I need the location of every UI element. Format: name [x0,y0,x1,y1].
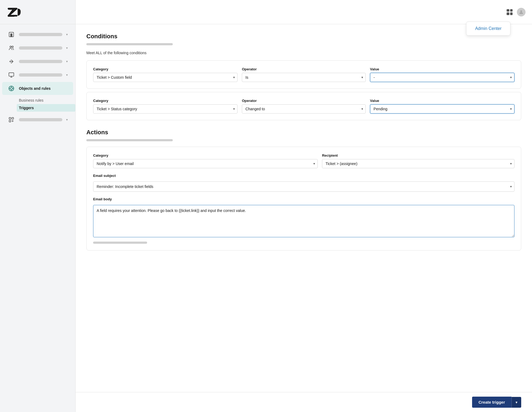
sidebar-item-apps[interactable]: ▾ [2,113,73,126]
objects-icon [8,85,15,92]
action-recipient-select[interactable]: Ticket > (assignee) [322,159,514,168]
bottom-bar-placeholder [93,242,147,244]
condition-1-operator-group: Operator Is ▾ [242,67,366,82]
condition-2-category-wrapper: Ticket > Status category ▾ [93,104,238,114]
sidebar-item-6-placeholder [19,118,62,121]
condition-1-category-label: Category [93,67,238,71]
svg-point-9 [520,10,522,12]
condition-2-row: Category Ticket > Status category ▾ Oper… [93,99,514,114]
condition-2-operator-wrapper: Changed to ▾ [242,104,366,114]
email-subject-wrapper: Reminder: Incomplete ticket fields ▾ [93,181,514,192]
sidebar-item-3-placeholder [19,60,62,63]
condition-1-value-select[interactable]: - [370,73,514,82]
email-body-group: Email body A field requires your attenti… [93,197,514,237]
svg-rect-6 [9,118,11,119]
conditions-bar [86,43,173,45]
condition-1-category-select[interactable]: Ticket > Custom field [93,73,238,82]
action-category-wrapper: Notify by > User email ▾ [93,159,318,168]
actions-card: Category Notify by > User email ▾ Recipi… [86,147,521,250]
condition-1-operator-select[interactable]: Is [242,73,366,82]
chevron-down-icon-3: ▾ [66,60,68,63]
email-subject-select[interactable]: Reminder: Incomplete ticket fields [93,181,514,192]
condition-card-2: Category Ticket > Status category ▾ Oper… [86,92,521,120]
condition-2-operator-label: Operator [242,99,366,103]
condition-1-value-label: Value [370,67,514,71]
sidebar-item-routing[interactable]: ▾ [2,55,73,68]
condition-1-row: Category Ticket > Custom field ▾ Operato… [93,67,514,82]
sub-nav-triggers[interactable]: Triggers [17,104,75,112]
building-icon [8,31,15,38]
chevron-down-icon-1: ▾ [66,33,68,36]
topbar: Admin Center [76,0,532,24]
condition-1-category-group: Category Ticket > Custom field ▾ [93,67,238,82]
main-content: Admin Center Conditions Meet ALL of the … [76,0,532,412]
conditions-subtitle: Meet ALL of the following conditions [86,51,521,55]
condition-2-value-select[interactable]: Pending [370,104,514,114]
svg-point-3 [10,46,12,48]
condition-1-operator-label: Operator [242,67,366,71]
action-category-group: Category Notify by > User email ▾ [93,153,318,168]
condition-2-category-label: Category [93,99,238,103]
content-area: Conditions Meet ALL of the following con… [76,24,532,392]
sidebar-item-2-placeholder [19,46,62,50]
chevron-down-icon-2: ▾ [66,46,68,50]
condition-1-value-group: Value - ▾ [370,67,514,82]
sidebar-item-monitor[interactable]: ▾ [2,68,73,81]
condition-2-category-select[interactable]: Ticket > Status category [93,104,238,114]
sub-nav-business-rules[interactable]: Business rules [17,97,75,104]
sidebar-item-4-placeholder [19,73,62,77]
condition-card-1: Category Ticket > Custom field ▾ Operato… [86,60,521,89]
svg-point-4 [12,46,13,48]
people-icon [8,44,15,52]
email-subject-label: Email subject [93,174,514,178]
admin-center-popup: Admin Center [466,22,510,36]
sidebar-nav: ▾ ▾ ▾ ▾ [0,24,75,412]
action-recipient-wrapper: Ticket > (assignee) ▾ [322,159,514,168]
svg-rect-7 [12,118,13,119]
sidebar-item-organization[interactable]: ▾ [2,28,73,41]
monitor-icon [8,71,15,79]
sidebar-item-objects-label: Objects and rules [19,86,50,91]
action-recipient-group: Recipient Ticket > (assignee) ▾ [322,153,514,168]
email-body-textarea[interactable]: A field requires your attention. Please … [93,205,514,237]
sub-nav: Business rules Triggers [0,95,75,113]
create-trigger-button[interactable]: Create trigger [472,397,511,408]
admin-center-link[interactable]: Admin Center [475,26,501,31]
routing-icon [8,58,15,65]
email-body-label: Email body [93,197,514,201]
email-subject-group: Email subject Reminder: Incomplete ticke… [93,174,514,192]
action-category-select[interactable]: Notify by > User email [93,159,318,168]
condition-1-value-wrapper: - ▾ [370,73,514,82]
action-category-recipient-row: Category Notify by > User email ▾ Recipi… [93,153,514,168]
action-recipient-label: Recipient [322,153,514,157]
condition-2-value-wrapper: Pending ▾ [370,104,514,114]
logo-area: Z [0,0,75,24]
footer: Create trigger ▾ [76,392,532,412]
condition-1-operator-wrapper: Is ▾ [242,73,366,82]
zendesk-logo: Z [6,5,23,19]
actions-bar [86,139,173,141]
action-category-label: Category [93,153,318,157]
svg-rect-8 [9,120,11,122]
sidebar-item-1-placeholder [19,33,62,36]
chevron-down-icon-6: ▾ [66,118,68,122]
condition-2-value-label: Value [370,99,514,103]
actions-title: Actions [86,129,521,136]
condition-1-category-wrapper: Ticket > Custom field ▾ [93,73,238,82]
apps-icon [8,116,15,123]
condition-2-value-group: Value Pending ▾ [370,99,514,114]
conditions-title: Conditions [86,33,521,40]
condition-2-category-group: Category Ticket > Status category ▾ [93,99,238,114]
chevron-down-icon-4: ▾ [66,73,68,77]
sidebar-item-people[interactable]: ▾ [2,42,73,54]
create-trigger-chevron-button[interactable]: ▾ [511,397,521,408]
conditions-section: Conditions Meet ALL of the following con… [86,33,521,120]
condition-2-operator-select[interactable]: Changed to [242,104,366,114]
sidebar: Z ▾ ▾ ▾ [0,0,76,412]
sidebar-item-objects[interactable]: Objects and rules [2,82,73,95]
grid-menu-icon[interactable] [507,9,513,15]
condition-2-operator-group: Operator Changed to ▾ [242,99,366,114]
user-avatar[interactable] [517,8,526,16]
actions-section: Actions Category Notify by > User email … [86,129,521,250]
svg-rect-5 [9,73,14,76]
